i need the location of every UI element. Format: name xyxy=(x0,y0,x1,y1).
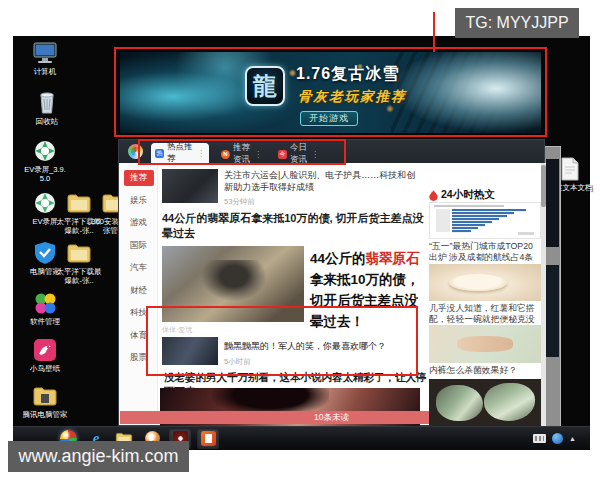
start-game-button[interactable]: 开始游戏 xyxy=(300,111,358,126)
tab-menu-icon[interactable]: ⋮ xyxy=(254,150,262,159)
sidebar-item-image[interactable] xyxy=(429,264,541,301)
tab-today-news[interactable]: 今 今日资讯 ⋮ xyxy=(274,145,323,163)
desktop-icon-computer[interactable]: 计算机 xyxy=(22,40,68,76)
today-tab-icon: 今 xyxy=(278,150,287,159)
desktop-icon-tencent-folder[interactable]: 腾讯电脑管家 xyxy=(22,383,68,419)
folder-icon xyxy=(31,383,59,409)
nav-item-entertainment[interactable]: 娱乐 xyxy=(124,193,154,209)
nav-item-international[interactable]: 国际 xyxy=(124,238,154,254)
nav-item-recommend[interactable]: 推荐 xyxy=(124,170,154,186)
highlighted-keyword: 翡翠原石 xyxy=(366,251,420,266)
sidebar-item-caption[interactable]: 内裤怎么杀菌效果好？ xyxy=(429,365,541,376)
desktop: 计算机 回收站 EV录屏_3.9.5.0 EV录屏 太平洋下载最爆款-张.. xyxy=(13,36,590,450)
software-manager-icon xyxy=(31,290,59,316)
browser-app-icon xyxy=(201,431,216,446)
banner-subtitle: 骨灰老玩家推荐 xyxy=(298,88,407,106)
flame-icon xyxy=(429,190,438,201)
browser-logo-icon[interactable] xyxy=(128,144,143,159)
hot-tab-icon: 热 xyxy=(155,149,164,158)
taskbar-browser[interactable] xyxy=(197,429,219,449)
background-window-thumb xyxy=(546,159,559,247)
news-title[interactable]: 黝黑黝黑的！军人的笑，你最喜欢哪个？ xyxy=(224,340,422,352)
banner-title: 1.76复古冰雪 xyxy=(296,64,399,85)
watermark-website: www.angie-kim.com xyxy=(8,441,189,472)
news-meta: 5小时前 xyxy=(224,357,251,367)
desktop-icon-software-manager[interactable]: 软件管理 xyxy=(22,290,68,326)
news-tab-icon: N xyxy=(221,150,230,159)
news-title[interactable]: 关注市六运会|人脸识别、电子护具……科技和创新助力选手取得好成绩 xyxy=(224,169,422,193)
hot-articles-header: 24小时热文 xyxy=(429,188,495,202)
folder-icon xyxy=(65,240,93,266)
nav-item-tech[interactable]: 科技 xyxy=(124,305,154,321)
sidebar-chart-thumbnail[interactable] xyxy=(429,202,541,239)
page-scrollbar[interactable] xyxy=(541,163,546,427)
ev-recorder-icon xyxy=(31,190,59,216)
news-headline[interactable]: 44公斤的翡翠原石拿来抵10万的债, 切开后货主差点没晕过去 xyxy=(162,211,426,241)
recycle-bin-icon xyxy=(33,90,61,116)
folder-icon xyxy=(65,190,93,216)
white-tiger-art xyxy=(391,52,541,133)
background-window-thumb xyxy=(546,265,559,357)
system-tray: ▲ xyxy=(533,433,590,444)
browser-chrome: 热 热点推荐 ⋮ N 推荐资讯 ⋮ 今 今日资讯 ⋮ xyxy=(119,140,544,163)
sidebar-item-caption[interactable]: 几乎没人知道，红薯和它搭配，轻轻一碗就把便秘克没了 xyxy=(429,303,541,325)
desktop-icon-recycle-bin[interactable]: 回收站 xyxy=(24,90,70,126)
watermark-telegram: TG: MYYJJPP xyxy=(455,8,579,38)
tab-label: 热点推荐 xyxy=(167,141,194,165)
desktop-icon-bird-wallpaper[interactable]: 小鸟壁纸 xyxy=(22,337,68,373)
shield-icon xyxy=(31,240,59,266)
nav-item-auto[interactable]: 汽车 xyxy=(124,260,154,276)
input-method-icon[interactable] xyxy=(533,434,546,443)
sidebar-item-image[interactable] xyxy=(429,379,541,427)
security-tray-icon[interactable] xyxy=(552,433,563,444)
news-thumbnail[interactable] xyxy=(162,337,218,365)
desktop-icon-ev-setup[interactable]: EV录屏_3.9.5.0 xyxy=(22,138,68,183)
tab-menu-icon[interactable]: ⋮ xyxy=(197,149,205,158)
sidebar-item-caption[interactable]: “五一”最热门城市成TOP20出炉 涉及成都的航线占4条 xyxy=(429,241,541,263)
tab-hot-recommend[interactable]: 热 热点推荐 ⋮ xyxy=(151,143,209,163)
mini-bar-chart xyxy=(430,203,540,238)
news-page: 推荐 娱乐 游戏 国际 汽车 财经 科技 体育 股票 关注市六运会|人脸识别、电… xyxy=(120,163,543,424)
news-thumbnail[interactable] xyxy=(162,169,218,203)
tab-recommend-news[interactable]: N 推荐资讯 ⋮ xyxy=(217,145,266,163)
game-ad-banner[interactable]: 龍 1.76复古冰雪 骨灰老玩家推荐 开始游戏 xyxy=(120,52,541,133)
bird-wallpaper-icon xyxy=(31,337,59,363)
featured-article-image[interactable] xyxy=(162,246,304,322)
nav-item-sports[interactable]: 体育 xyxy=(124,328,154,344)
desktop-icon-folder-pacific-2[interactable]: 太平洋下载最爆款-张.. xyxy=(56,240,102,285)
tab-menu-icon[interactable]: ⋮ xyxy=(311,150,319,159)
image-caption: 保保·爱玩 xyxy=(162,325,192,335)
ev-recorder-icon xyxy=(31,138,59,164)
nav-item-stocks[interactable]: 股票 xyxy=(124,350,154,366)
nav-item-games[interactable]: 游戏 xyxy=(124,215,154,231)
computer-icon xyxy=(31,40,59,66)
category-nav: 推荐 娱乐 游戏 国际 汽车 财经 科技 体育 股票 xyxy=(120,163,158,424)
screenshot-canvas: TG: MYYJJPP 计算机 回收站 EV录屏_3.9.5.0 EV录 xyxy=(0,0,600,480)
unread-count: 10条未读 xyxy=(314,412,349,424)
tray-expand-icon[interactable]: ▲ xyxy=(569,435,576,442)
featured-article-title[interactable]: 44公斤的翡翠原石拿来抵10万的债，切开后货主差点没晕过去！ xyxy=(310,249,428,333)
news-meta: 53分钟前 xyxy=(224,197,255,207)
scrollbar-thumb[interactable] xyxy=(541,165,546,207)
nav-item-finance[interactable]: 财经 xyxy=(124,283,154,299)
browser-window: 热 热点推荐 ⋮ N 推荐资讯 ⋮ 今 今日资讯 ⋮ xyxy=(118,139,545,426)
sidebar-item-image[interactable] xyxy=(429,325,541,363)
dragon-logo-icon: 龍 xyxy=(245,66,285,106)
